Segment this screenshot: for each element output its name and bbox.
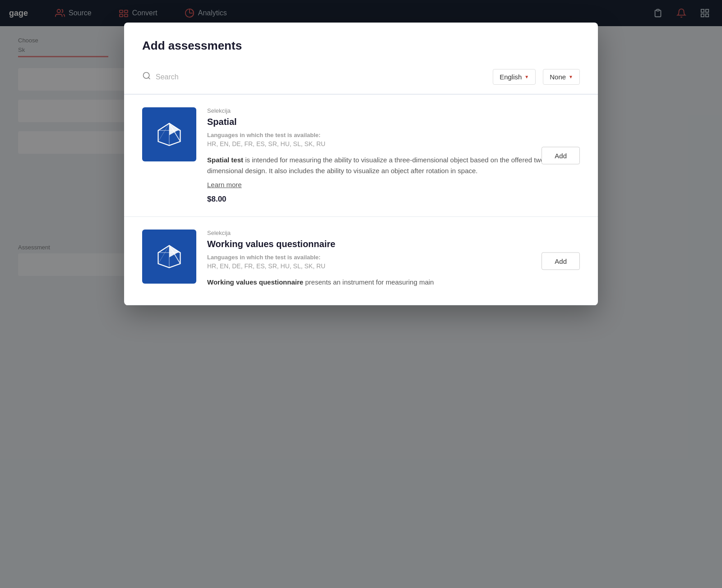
- spatial-price: $8.00: [207, 195, 580, 204]
- assessment-list: Selekcija Spatial Languages in which the…: [124, 95, 598, 305]
- spatial-learn-more-link[interactable]: Learn more: [207, 181, 242, 188]
- spatial-add-button[interactable]: Add: [542, 147, 580, 165]
- language-filter-label: English: [500, 73, 522, 81]
- search-filter-row: English ▼ None ▼: [124, 62, 598, 95]
- spatial-langs: HR, EN, DE, FR, ES, SR, HU, SL, SK, RU: [207, 140, 580, 147]
- none-filter-dropdown[interactable]: None ▼: [543, 69, 580, 85]
- modal-overlay: Add assessments English ▼ None ▼: [0, 0, 722, 588]
- working-values-content: Selekcija Working values questionnaire L…: [207, 230, 580, 292]
- none-dropdown-arrow: ▼: [569, 74, 573, 79]
- spatial-content: Selekcija Spatial Languages in which the…: [207, 107, 580, 204]
- assessment-item-working-values: Selekcija Working values questionnaire L…: [124, 217, 598, 305]
- spatial-description: Spatial test is intended for measuring t…: [207, 155, 580, 176]
- working-values-logo: [142, 230, 196, 284]
- spatial-category: Selekcija: [207, 107, 580, 114]
- working-values-langs-label: Languages in which the test is available…: [207, 254, 580, 261]
- search-input[interactable]: [156, 73, 486, 81]
- modal-header: Add assessments: [124, 23, 598, 62]
- spatial-name: Spatial: [207, 117, 580, 127]
- working-values-category: Selekcija: [207, 230, 580, 236]
- spatial-desc-rest: is intended for measuring the ability to…: [207, 156, 547, 175]
- add-assessments-modal: Add assessments English ▼ None ▼: [124, 23, 598, 305]
- svg-point-11: [143, 73, 149, 78]
- working-values-description: Working values questionnaire presents an…: [207, 277, 580, 288]
- search-container: [142, 71, 486, 83]
- language-dropdown-arrow: ▼: [524, 74, 529, 79]
- spatial-desc-prefix: Spatial test: [207, 156, 243, 164]
- working-values-name: Working values questionnaire: [207, 239, 580, 249]
- assessment-item-spatial: Selekcija Spatial Languages in which the…: [124, 95, 598, 217]
- language-filter-dropdown[interactable]: English ▼: [493, 69, 536, 85]
- working-values-add-button[interactable]: Add: [542, 252, 580, 270]
- none-filter-label: None: [550, 73, 566, 81]
- working-values-desc-rest: presents an instrument for measuring mai…: [303, 278, 434, 286]
- working-values-langs: HR, EN, DE, FR, ES, SR, HU, SL, SK, RU: [207, 262, 580, 270]
- search-icon: [142, 71, 151, 83]
- working-values-desc-prefix: Working values questionnaire: [207, 278, 303, 286]
- spatial-langs-label: Languages in which the test is available…: [207, 132, 580, 138]
- spatial-logo: [142, 107, 196, 161]
- modal-title: Add assessments: [142, 39, 580, 53]
